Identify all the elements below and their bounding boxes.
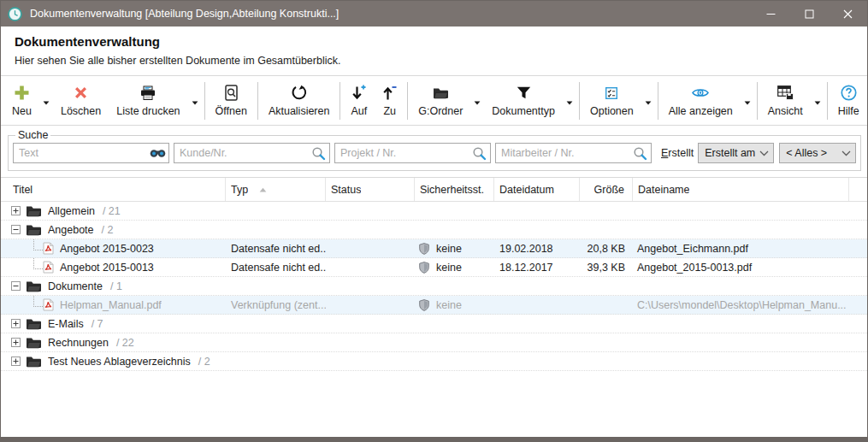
chevron-down-icon: [841, 150, 851, 156]
cell-dateiname-value: C:\Users\mondel\Desktop\Helpman_Manu...: [637, 299, 847, 311]
search-input-kunde[interactable]: [174, 147, 307, 159]
minimize-icon: [766, 9, 776, 19]
toolbar-button-ansicht[interactable]: Ansicht: [760, 81, 811, 121]
column-header-label-typ: Typ: [231, 184, 248, 196]
column-header-label-groesse: Größe: [594, 184, 624, 196]
expand-icon[interactable]: [11, 357, 21, 366]
column-header-titel[interactable]: Titel: [1, 178, 226, 201]
folder-row-8[interactable]: Test Neues Ablageverzeichnis/ 2: [1, 352, 867, 371]
column-header-dateiname[interactable]: Dateiname: [633, 178, 849, 201]
toolbar-button-neu[interactable]: Neu: [4, 81, 39, 121]
toolbar-button-g-ordner[interactable]: G:Ordner: [410, 81, 470, 121]
toolbar-item-loeschen: Löschen: [53, 81, 109, 121]
cell-filler: [849, 239, 867, 257]
cell-sicherheit: [415, 352, 494, 370]
cell-dateiname: Angebot_Eichmann.pdf: [633, 239, 849, 257]
dropdown-erstellt-bereich[interactable]: < Alles >: [779, 143, 856, 163]
folder-count: / 7: [92, 318, 103, 330]
cell-sicherheit: keine: [415, 239, 494, 257]
toolbar-dropdown-neu[interactable]: [39, 91, 53, 110]
maximize-button[interactable]: [790, 1, 829, 27]
toolbar-button-label-liste-drucken: Liste drucken: [116, 105, 180, 117]
toolbar-button-liste-drucken[interactable]: Liste drucken: [109, 81, 187, 121]
cell-typ: Verknüpfung (zent...: [226, 296, 326, 314]
toolbar-dropdown-ansicht[interactable]: [811, 91, 824, 110]
cell-groesse-value: 39,3 KB: [588, 262, 625, 274]
search-input-projekt[interactable]: [335, 147, 468, 159]
column-header-typ[interactable]: Typ: [226, 178, 326, 201]
dropdown-erstellt-feld[interactable]: Erstellt am: [698, 143, 774, 163]
toolbar-button-auf[interactable]: Auf: [343, 81, 375, 121]
column-header-datum[interactable]: Dateidatum: [494, 178, 580, 201]
document-row-5[interactable]: Helpman_Manual.pdfVerknüpfung (zent...ke…: [1, 296, 867, 315]
toolbar-dropdown-dokumenttyp[interactable]: [563, 91, 576, 110]
cell-groesse: [580, 315, 633, 333]
column-header-sicherheit[interactable]: Sicherheitsst.: [415, 178, 494, 201]
close-button[interactable]: [829, 1, 867, 27]
minimize-button[interactable]: [752, 1, 790, 27]
search-groupbox: Suche Erstellt Erstellt am< Alles >: [8, 129, 861, 171]
column-header-label-datum: Dateidatum: [499, 184, 554, 196]
cell-typ: Datensafe nicht ed...: [226, 239, 326, 257]
open-preview-icon: [225, 85, 238, 102]
cell-titel: Allgemein/ 21: [1, 202, 226, 220]
toolbar-dropdown-liste-drucken[interactable]: [188, 91, 202, 110]
sort-asc-icon: [259, 187, 267, 192]
cell-datum: [494, 315, 580, 333]
folder-row-6[interactable]: E-Mails/ 7: [1, 315, 867, 333]
folder-row-0[interactable]: Allgemein/ 21: [1, 202, 867, 221]
caret-down-icon: [474, 101, 481, 105]
cell-dateiname-value: Angebot_2015-0013.pdf: [637, 262, 752, 274]
toolbar-button-loeschen[interactable]: Löschen: [53, 81, 109, 121]
search-input-text[interactable]: [14, 147, 146, 159]
search-field-projekt: [334, 143, 491, 163]
folder-row-1[interactable]: Angebote/ 2: [1, 221, 867, 239]
cell-filler: [849, 333, 867, 351]
search-input-mitarbeiter[interactable]: [496, 147, 629, 159]
column-header-status[interactable]: Status: [326, 178, 415, 201]
folder-title: Test Neues Ablageverzeichnis: [48, 356, 191, 368]
titlebar[interactable]: Dokumentenverwaltung [Abteilung Design,A…: [1, 1, 867, 27]
cell-groesse: [580, 352, 633, 370]
cell-datum-value: 18.12.2017: [499, 262, 553, 274]
expand-icon[interactable]: [11, 338, 21, 347]
collapse-icon[interactable]: [11, 281, 21, 291]
cell-groesse: 39,3 KB: [580, 258, 633, 276]
column-header-groesse[interactable]: Größe: [580, 178, 633, 201]
binoculars-icon[interactable]: [146, 148, 168, 159]
cell-status: [326, 315, 415, 333]
toolbar-button-label-optionen: Optionen: [590, 105, 634, 117]
search-groupbox-legend: Suche: [15, 129, 50, 141]
page-subtitle: Hier sehen Sie alle bisher erstellten Do…: [15, 55, 853, 67]
toolbar-dropdown-g-ordner[interactable]: [470, 91, 484, 110]
search-dropdowns: Erstellt am< Alles >: [698, 143, 856, 163]
magnifier-icon[interactable]: [307, 146, 329, 161]
toolbar-button-optionen[interactable]: Optionen: [582, 81, 641, 121]
toolbar-item-ansicht: Ansicht: [760, 81, 824, 121]
cell-dateiname: [633, 202, 849, 220]
folder-row-4[interactable]: Dokumente/ 1: [1, 277, 867, 296]
expand-icon[interactable]: [11, 206, 21, 215]
document-row-2[interactable]: Angebot 2015-0023Datensafe nicht ed...ke…: [1, 239, 867, 258]
magnifier-icon[interactable]: [629, 146, 651, 161]
cell-groesse-value: 20,8 KB: [588, 243, 625, 255]
toolbar-button-alle-anzeigen[interactable]: Alle anzeigen: [661, 81, 741, 121]
collapse-icon[interactable]: [11, 225, 21, 234]
toolbar-button-zu[interactable]: Zu: [375, 81, 404, 121]
folder-icon: [26, 224, 42, 236]
toolbar-dropdown-alle-anzeigen[interactable]: [741, 91, 754, 110]
toolbar-button-aktualisieren[interactable]: Aktualisieren: [261, 81, 338, 121]
folder-row-7[interactable]: Rechnungen/ 22: [1, 333, 867, 352]
magnifier-icon[interactable]: [468, 146, 490, 161]
document-row-3[interactable]: Angebot 2015-0013Datensafe nicht ed...ke…: [1, 258, 867, 277]
cell-status: [326, 221, 415, 239]
toolbar-button-label-loeschen: Löschen: [61, 105, 101, 117]
toolbar-item-aktualisieren: Aktualisieren: [261, 81, 338, 121]
cell-groesse: [580, 277, 633, 295]
toolbar-button-oeffnen[interactable]: Öffnen: [208, 81, 255, 121]
toolbar-button-hilfe[interactable]: Hilfe: [830, 81, 867, 121]
toolbar-button-dokumenttyp[interactable]: Dokumenttyp: [484, 81, 563, 121]
search-field-text: [13, 143, 169, 163]
toolbar-dropdown-optionen[interactable]: [641, 91, 655, 110]
expand-icon[interactable]: [11, 319, 21, 328]
